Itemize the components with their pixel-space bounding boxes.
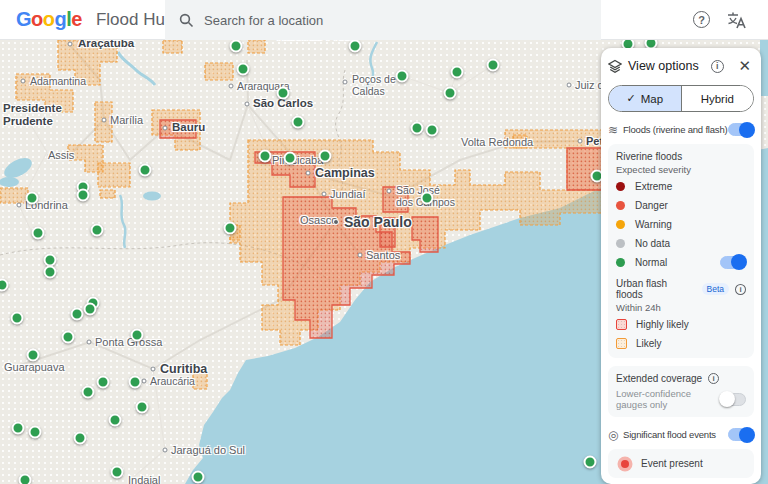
gauge-marker[interactable] xyxy=(487,59,500,72)
city-marker xyxy=(102,118,107,123)
gauge-marker[interactable] xyxy=(19,474,32,484)
extended-info-icon[interactable]: i xyxy=(708,373,719,384)
google-logo[interactable]: Google xyxy=(16,8,82,31)
severity-label: Normal xyxy=(635,257,720,268)
close-icon[interactable]: ✕ xyxy=(735,57,754,75)
gauge-marker[interactable] xyxy=(444,87,457,100)
gauge-marker[interactable] xyxy=(224,222,237,235)
gauge-marker[interactable] xyxy=(131,329,144,342)
severity-dot-icon xyxy=(616,239,625,248)
city-marker xyxy=(17,203,22,208)
gauge-marker[interactable] xyxy=(77,189,90,202)
floods-toggle[interactable] xyxy=(728,123,754,136)
gauge-marker[interactable] xyxy=(111,466,124,479)
gauge-marker[interactable] xyxy=(139,164,152,177)
normal-gauges-toggle[interactable] xyxy=(720,256,746,269)
city-label: Jundiaí xyxy=(330,188,365,201)
floods-layer-row: ≋ Floods (riverine and flash) xyxy=(608,123,754,136)
gauge-marker[interactable] xyxy=(237,63,250,76)
translate-icon[interactable] xyxy=(726,9,748,31)
gauge-marker[interactable] xyxy=(584,456,597,469)
urban-info-icon[interactable]: i xyxy=(735,284,746,295)
gauge-marker[interactable] xyxy=(74,432,87,445)
city-marker xyxy=(567,83,572,88)
help-icon[interactable]: ? xyxy=(693,11,710,28)
gauge-marker[interactable] xyxy=(136,401,149,414)
target-icon: ◎ xyxy=(608,430,623,440)
gauge-marker[interactable] xyxy=(44,266,57,279)
gauge-marker[interactable] xyxy=(192,471,205,484)
extended-coverage-title: Extended coverage xyxy=(616,373,702,384)
riverine-legend-row: Warning xyxy=(616,216,746,232)
city-marker xyxy=(87,340,92,345)
gauge-marker[interactable] xyxy=(411,122,424,135)
search-icon xyxy=(179,13,194,28)
gauge-marker[interactable] xyxy=(349,40,362,53)
gauge-marker[interactable] xyxy=(11,312,24,325)
waves-icon: ≋ xyxy=(608,125,623,135)
gauge-marker[interactable] xyxy=(29,426,42,439)
event-present-label: Event present xyxy=(641,458,703,469)
flash-flood-label: Likely xyxy=(636,338,746,349)
flash-flood-square-icon xyxy=(616,319,627,330)
riverine-legend-row: Normal xyxy=(616,254,746,270)
city-marker xyxy=(358,253,363,258)
gauge-marker[interactable] xyxy=(32,227,45,240)
gauge-marker[interactable] xyxy=(71,308,84,321)
severity-label: Danger xyxy=(635,200,746,211)
gauge-marker[interactable] xyxy=(129,376,142,389)
gauge-marker[interactable] xyxy=(277,87,290,100)
tab-hybrid[interactable]: Hybrid xyxy=(681,86,754,111)
gauge-marker[interactable] xyxy=(12,422,25,435)
city-label: Poços de Caldas xyxy=(352,73,396,97)
gauge-marker[interactable] xyxy=(292,116,305,129)
gauge-marker[interactable] xyxy=(26,192,39,205)
gauge-marker[interactable] xyxy=(82,386,95,399)
gauge-marker[interactable] xyxy=(97,376,110,389)
gauge-marker[interactable] xyxy=(426,124,439,137)
gauge-marker[interactable] xyxy=(259,150,272,163)
city-label: Osasco xyxy=(300,214,337,227)
gauge-marker[interactable] xyxy=(396,70,409,83)
gauge-marker[interactable] xyxy=(62,331,75,344)
logo-letter: o xyxy=(43,8,55,30)
significant-events-toggle[interactable] xyxy=(728,428,754,441)
flash-flood-square-icon xyxy=(616,338,627,349)
riverine-legend-row: No data xyxy=(616,235,746,251)
logo-letter: o xyxy=(31,8,43,30)
city-label: Indaial xyxy=(128,474,160,484)
city-marker xyxy=(21,79,26,84)
gauge-marker[interactable] xyxy=(451,66,464,79)
view-options-info-icon[interactable]: i xyxy=(711,60,724,73)
floods-legend-block: Riverine floods Expected severity Extrem… xyxy=(608,144,754,358)
extended-coverage-subtitle: Lower-confidence gauges only xyxy=(616,388,720,410)
city-marker xyxy=(163,448,168,453)
tab-map[interactable]: ✓Map xyxy=(609,86,681,111)
city-marker xyxy=(387,189,392,194)
gauge-marker[interactable] xyxy=(230,40,243,53)
map-type-tabs: ✓MapHybrid xyxy=(608,85,754,112)
city-label: Guarapuava xyxy=(4,361,65,374)
gauge-marker[interactable] xyxy=(27,349,40,362)
gauge-marker[interactable] xyxy=(84,303,97,316)
gauge-marker[interactable] xyxy=(109,414,122,427)
floods-layer-label: Floods (riverine and flash) xyxy=(623,124,728,135)
search-bar[interactable] xyxy=(165,0,601,40)
gauge-marker[interactable] xyxy=(421,192,434,205)
city-label: Santos xyxy=(366,249,400,262)
logo-letter: e xyxy=(71,8,82,30)
city-label: Araçatuba xyxy=(78,40,134,51)
river xyxy=(118,52,155,85)
riverine-legend-row: Danger xyxy=(616,197,746,213)
gauge-marker[interactable] xyxy=(284,152,297,165)
extended-coverage-toggle[interactable] xyxy=(720,393,746,406)
search-input[interactable] xyxy=(204,13,544,28)
beta-badge: Beta xyxy=(702,283,730,295)
check-icon: ✓ xyxy=(626,92,635,105)
city-label: Presidente Prudente xyxy=(3,102,62,128)
gauge-marker[interactable] xyxy=(319,150,332,163)
city-marker xyxy=(163,126,168,131)
flash-flood-label: Highly likely xyxy=(636,319,746,330)
layers-icon xyxy=(608,59,622,73)
gauge-marker[interactable] xyxy=(91,224,104,237)
